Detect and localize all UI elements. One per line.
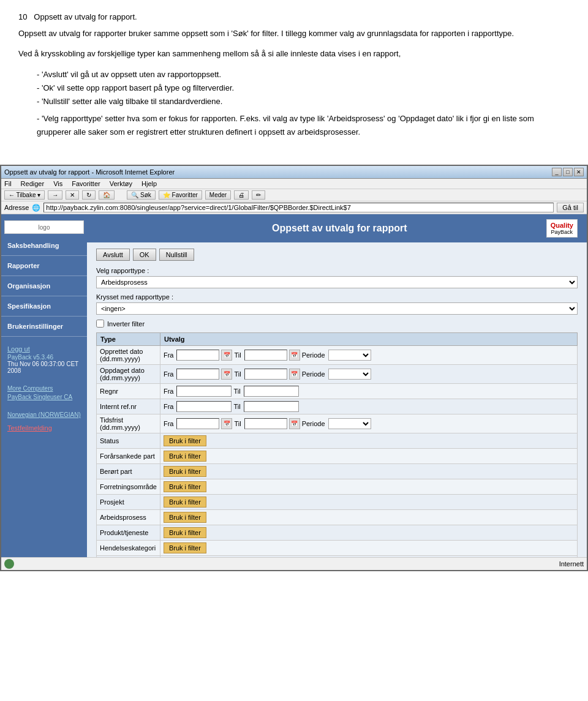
oppdaget-til-cal[interactable]: 📅 [289,369,300,380]
status-text: Internett [559,560,584,568]
sidebar-item-spesifikasjon[interactable]: Spesifikasjon [1,298,87,315]
forretning-filter-btn[interactable]: Bruk i filter [164,481,206,492]
internt-fra-input[interactable] [176,401,232,412]
opprettet-fra-cal[interactable]: 📅 [221,350,232,361]
sidebar-item-rapporter[interactable]: Rapporter [1,257,87,274]
table-row: Opprettet dato(dd.mm.yyyy) Fra 📅 Til 📅 [97,346,578,365]
opprettet-til-cal[interactable]: 📅 [289,350,300,361]
sidebar-divider-5 [1,336,87,337]
stop-button[interactable]: ✕ [66,190,79,200]
address-bar: Adresse 🌐 Gå til [1,201,587,214]
tidsfrist-periode-select[interactable] [328,418,371,429]
browser-menubar: Fil Rediger Vis Favoritter Verktøy Hjelp [1,179,587,189]
close-button[interactable]: ✕ [574,168,584,176]
nullstill-button[interactable]: Nullstill [159,249,194,261]
cross-type-select[interactable]: <ingen> [96,302,578,315]
col-utvalg: Utvalg [160,333,577,346]
row-utvalg-produkt: Bruk i filter [160,525,577,541]
hendelse-filter-btn[interactable]: Bruk i filter [164,542,206,553]
row-utvalg-opprettetav: Bruk i filter [160,556,577,558]
berort-filter-btn[interactable]: Bruk i filter [164,466,206,477]
edit-button[interactable]: ✏ [252,190,265,200]
search-button[interactable]: 🔍 Søk [127,190,156,200]
row-type-tidsfrist: Tidsfrist(dd.mm.yyyy) [97,414,160,433]
row-utvalg-prosjekt: Bruk i filter [160,495,577,510]
menu-rediger[interactable]: Rediger [21,180,45,187]
sidebar-divider-1 [1,255,87,256]
regnr-fra-input[interactable] [176,386,232,397]
ok-button[interactable]: OK [133,249,156,261]
arbeid-filter-btn[interactable]: Bruk i filter [164,512,206,523]
report-type-select[interactable]: Arbeidsprosess [96,276,578,288]
browser-toolbar: ← Tilbake ▾ → ✕ ↻ 🏠 🔍 Søk ⭐ Favoritter M… [1,189,587,201]
sidebar-logo: logo [4,220,84,234]
tidsfrist-til-cal[interactable]: 📅 [289,418,300,429]
status-filter-btn[interactable]: Bruk i filter [164,435,206,446]
browser-titlebar: Oppsett av utvalg for rapport - Microsof… [1,166,587,179]
maximize-button[interactable]: □ [563,168,573,176]
list-item-4: 'Velg rapporttype' setter hva som er fok… [37,112,570,139]
tidsfrist-fra-cal[interactable]: 📅 [221,418,232,429]
tidsfrist-til-input[interactable] [244,418,287,429]
produkt-filter-btn[interactable]: Bruk i filter [164,527,206,538]
table-row: Regnr Fra Til [97,384,578,399]
media-button[interactable]: Meder [205,190,231,200]
sidebar-item-organisasjon[interactable]: Organisasjon [1,277,87,294]
row-type-arbeid: Arbeidsprosess [97,510,160,525]
company-link[interactable]: More Computers [7,385,53,392]
refresh-button[interactable]: ↻ [82,190,96,200]
table-row: Forårsankede part Bruk i filter [97,449,578,464]
internt-til-input[interactable] [244,401,299,412]
table-row: Tidsfrist(dd.mm.yyyy) Fra 📅 Til 📅 Peri [97,414,578,433]
row-utvalg-regnr: Fra Til [160,384,577,399]
language-link[interactable]: Norwegian (NORWEGIAN) [7,411,81,418]
regnr-til-input[interactable] [244,386,299,397]
minimize-button[interactable]: _ [552,168,562,176]
menu-hjelp[interactable]: Hjelp [141,180,157,187]
table-row: Berørt part Bruk i filter [97,464,578,479]
opprettet-periode-select[interactable] [328,350,371,361]
address-input[interactable] [43,203,554,212]
row-utvalg-hendelse: Bruk i filter [160,541,577,556]
menu-vis[interactable]: Vis [53,180,62,187]
menu-verktoy[interactable]: Verktøy [110,180,132,187]
favorites-button[interactable]: ⭐ Favoritter [159,190,202,200]
table-row: Internt ref.nr Fra Til [97,399,578,414]
oppdaget-periode-select[interactable] [328,369,371,380]
status-bar: Internett [1,557,587,570]
sidebar-item-saksbehandling[interactable]: Saksbehandling [1,237,87,254]
sidebar-divider-4 [1,316,87,317]
user-link[interactable]: PayBack Singleuser CA [7,394,81,400]
avslutt-button[interactable]: Avslutt [96,249,130,261]
menu-favoritter[interactable]: Favoritter [72,180,100,187]
sidebar-item-brukerinstillinger[interactable]: Brukerinstillinger [1,318,87,335]
menu-fil[interactable]: Fil [4,180,12,187]
row-type-regnr: Regnr [97,384,160,399]
quality-text: Quality [551,222,573,229]
tidsfrist-fra-input[interactable] [176,418,219,429]
error-link[interactable]: Testfeilmelding [1,422,87,434]
home-button[interactable]: 🏠 [99,190,115,200]
row-type-forretning: Forretningsområde [97,479,160,495]
forarsankede-filter-btn[interactable]: Bruk i filter [164,451,206,462]
browser-controls: _ □ ✕ [552,168,584,176]
col-type: Type [97,333,160,346]
oppdaget-til-input[interactable] [244,369,287,380]
oppdaget-fra-input[interactable] [176,369,219,380]
row-utvalg-oppdaget: Fra 📅 Til 📅 Periode [160,365,577,384]
invert-filter-checkbox[interactable] [96,320,104,328]
row-type-berort: Berørt part [97,464,160,479]
table-row: Status Bruk i filter [97,433,578,449]
document-page: 10 Oppsett av utvalg for rapport. Oppset… [0,0,588,159]
go-button[interactable]: Gå til [557,203,584,212]
prosjekt-filter-btn[interactable]: Bruk i filter [164,497,206,508]
logout-link[interactable]: Logg ut [7,344,81,354]
print-button[interactable]: 🖨 [234,190,249,200]
browser-window: Oppsett av utvalg for rapport - Microsof… [0,165,588,571]
back-button[interactable]: ← Tilbake ▾ [4,190,45,200]
oppdaget-fra-cal[interactable]: 📅 [221,369,232,380]
opprettet-til-input[interactable] [244,350,287,361]
forward-button[interactable]: → [48,190,62,200]
opprettet-fra-input[interactable] [176,350,219,361]
status-icon [4,559,14,569]
